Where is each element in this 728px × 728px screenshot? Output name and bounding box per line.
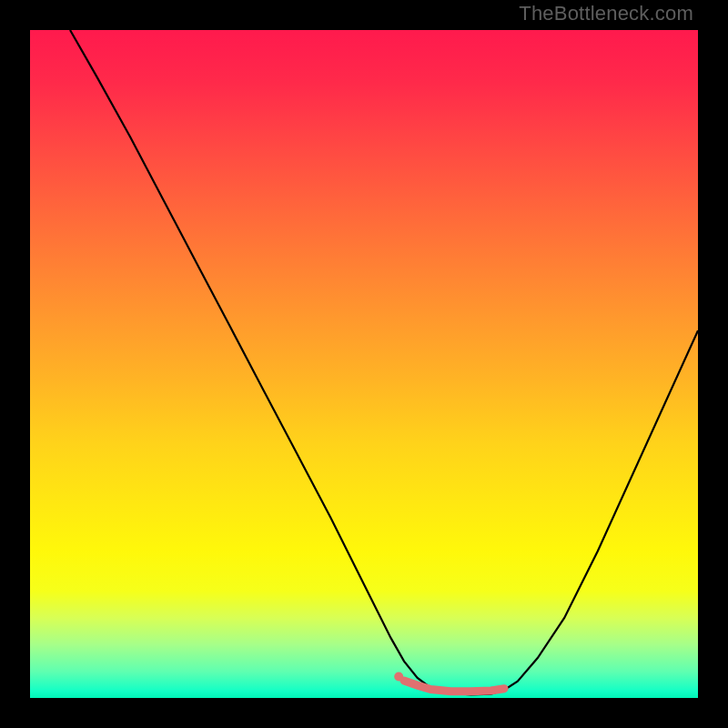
chart-frame: TheBottleneck.com <box>0 0 728 728</box>
highlight-dot <box>394 672 403 682</box>
curve-line <box>70 30 698 694</box>
chart-svg <box>30 30 698 698</box>
watermark: TheBottleneck.com <box>519 2 693 25</box>
highlight-segment <box>404 681 504 692</box>
